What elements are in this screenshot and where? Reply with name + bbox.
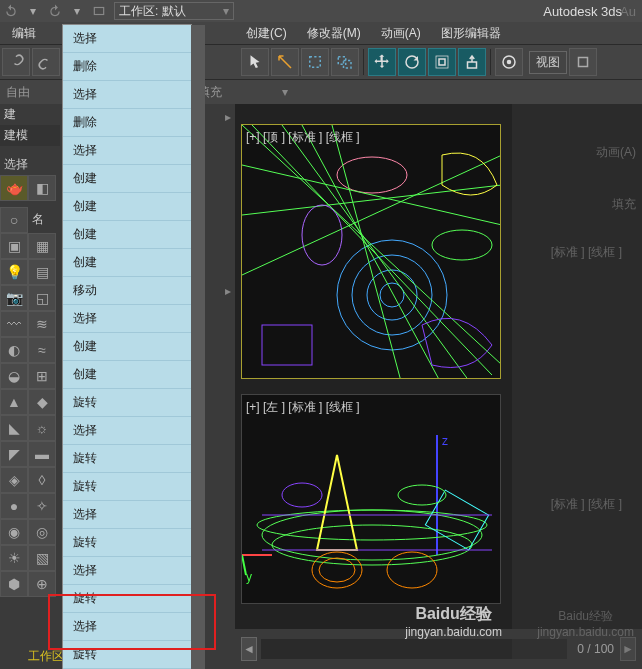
undo-dropdown[interactable]: ▾: [22, 1, 44, 21]
menu-edit[interactable]: 编辑: [2, 22, 46, 45]
center-pivot[interactable]: [569, 48, 597, 76]
menu-create[interactable]: 创建(C): [236, 22, 297, 45]
tool-l1[interactable]: ⬢: [0, 571, 28, 597]
undo-item[interactable]: 创建: [63, 249, 191, 277]
project-button[interactable]: [88, 1, 110, 21]
light-icon[interactable]: 💡: [0, 259, 28, 285]
menu-graph-editors[interactable]: 图形编辑器: [431, 22, 511, 45]
svg-line-22: [242, 185, 500, 215]
time-prev[interactable]: ◄: [241, 637, 257, 661]
tool-g1[interactable]: ◤: [0, 441, 28, 467]
undo-item[interactable]: 选择: [63, 557, 191, 585]
undo-item[interactable]: 删除: [63, 53, 191, 81]
wireframe-top: [242, 125, 500, 378]
tool-f2[interactable]: ☼: [28, 415, 56, 441]
undo-item[interactable]: 选择: [63, 81, 191, 109]
select-arrow[interactable]: [241, 48, 269, 76]
undo-item[interactable]: 旋转: [63, 529, 191, 557]
tool-e1[interactable]: ▲: [0, 389, 28, 415]
tool-i2[interactable]: ✧: [28, 493, 56, 519]
scale-tool[interactable]: [428, 48, 456, 76]
teapot-icon[interactable]: 🫖: [0, 175, 28, 201]
undo-item[interactable]: 删除: [63, 109, 191, 137]
tool-l2[interactable]: ⊕: [28, 571, 56, 597]
name-label: 名: [28, 207, 48, 233]
place-tool[interactable]: [458, 48, 486, 76]
tool-g2[interactable]: ▬: [28, 441, 56, 467]
ref-coord[interactable]: [495, 48, 523, 76]
undo-item[interactable]: 创建: [63, 165, 191, 193]
undo-item[interactable]: 选择: [63, 501, 191, 529]
viewport-collapse-2[interactable]: ▸: [225, 284, 231, 298]
tool-k2[interactable]: ▧: [28, 545, 56, 571]
undo-item[interactable]: 选择: [63, 137, 191, 165]
viewport-left-label[interactable]: [+] [左 ] [标准 ] [线框 ]: [246, 399, 360, 416]
undo-item[interactable]: 创建: [63, 361, 191, 389]
viewport-collapse[interactable]: ▸: [225, 110, 231, 124]
tool-d1[interactable]: ◒: [0, 363, 28, 389]
ref-coord-label[interactable]: 视图: [529, 51, 567, 74]
wave-icon[interactable]: 〰: [0, 311, 28, 337]
rotate-tool[interactable]: [398, 48, 426, 76]
select-region[interactable]: [271, 48, 299, 76]
undo-item[interactable]: 选择: [63, 613, 191, 641]
tool-h1[interactable]: ◈: [0, 467, 28, 493]
viewport-top[interactable]: [+] [顶 ] [标准 ] [线框 ]: [241, 124, 501, 379]
tool-j2[interactable]: ◎: [28, 519, 56, 545]
unlink-button[interactable]: [32, 48, 60, 76]
workspace-selector[interactable]: 工作区: 默认 ▾: [114, 2, 234, 20]
svg-point-37: [387, 552, 437, 588]
viewport-top-label[interactable]: [+] [顶 ] [标准 ] [线框 ]: [246, 129, 360, 146]
undo-button[interactable]: [0, 1, 22, 21]
sphere-icon[interactable]: ○: [0, 207, 28, 233]
undo-item[interactable]: 选择: [63, 305, 191, 333]
menu-animation[interactable]: 动画(A): [371, 22, 431, 45]
tool-d2[interactable]: ⊞: [28, 363, 56, 389]
undo-item[interactable]: 旋转: [63, 641, 191, 669]
create-tab-label[interactable]: 建: [0, 104, 60, 125]
time-current: 0 / 100: [571, 642, 620, 656]
tool-e2[interactable]: ◆: [28, 389, 56, 415]
undo-item[interactable]: 选择: [63, 417, 191, 445]
undo-item[interactable]: 旋转: [63, 445, 191, 473]
svg-rect-10: [579, 58, 588, 67]
undo-item[interactable]: 旋转: [63, 473, 191, 501]
tool-j1[interactable]: ◉: [0, 519, 28, 545]
viewport-left[interactable]: [+] [左 ] [标准 ] [线框 ] z y: [241, 394, 501, 604]
time-track[interactable]: [261, 639, 567, 659]
sub-freeform[interactable]: 自由: [6, 84, 30, 101]
svg-point-13: [367, 270, 417, 320]
svg-text:y: y: [246, 570, 252, 584]
tool-b1[interactable]: ◧: [28, 175, 56, 201]
undo-item[interactable]: 创建: [63, 221, 191, 249]
iso-icon[interactable]: ▣: [0, 233, 28, 259]
menu-modifiers[interactable]: 修改器(M): [297, 22, 371, 45]
select-section: 选择: [0, 154, 60, 175]
undo-item[interactable]: 创建: [63, 193, 191, 221]
redo-button[interactable]: [44, 1, 66, 21]
layer-icon[interactable]: ▤: [28, 259, 56, 285]
undo-item[interactable]: 旋转: [63, 389, 191, 417]
time-next[interactable]: ►: [620, 637, 636, 661]
tool-c1[interactable]: ◐: [0, 337, 28, 363]
link-button[interactable]: [2, 48, 30, 76]
tool-b3[interactable]: ≋: [28, 311, 56, 337]
undo-item[interactable]: 移动: [63, 277, 191, 305]
tool-b2[interactable]: ◱: [28, 285, 56, 311]
tool-f1[interactable]: ◣: [0, 415, 28, 441]
rect-select[interactable]: [301, 48, 329, 76]
camera-icon[interactable]: 📷: [0, 285, 28, 311]
tool-i1[interactable]: ●: [0, 493, 28, 519]
undo-item[interactable]: 选择: [63, 25, 191, 53]
undo-item[interactable]: 旋转: [63, 585, 191, 613]
move-tool[interactable]: [368, 48, 396, 76]
modeling-tab[interactable]: 建模: [0, 125, 60, 146]
undo-scrollbar[interactable]: [191, 25, 205, 669]
grid-icon[interactable]: ▦: [28, 233, 56, 259]
tool-h2[interactable]: ◊: [28, 467, 56, 493]
tool-c2[interactable]: ≈: [28, 337, 56, 363]
window-crossing[interactable]: [331, 48, 359, 76]
sun-icon[interactable]: ☀: [0, 545, 28, 571]
redo-dropdown[interactable]: ▾: [66, 1, 88, 21]
undo-item[interactable]: 创建: [63, 333, 191, 361]
